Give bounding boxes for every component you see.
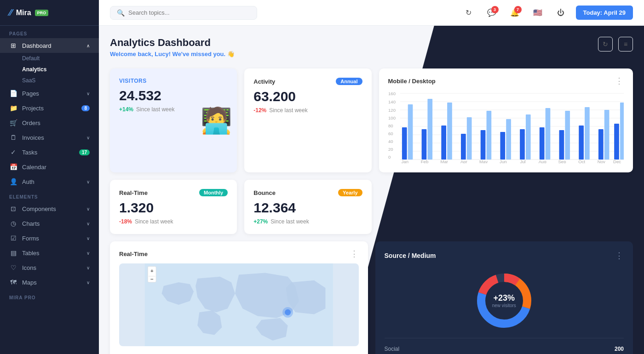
svg-rect-49 [604, 110, 609, 160]
source-menu[interactable]: ⋮ [615, 251, 624, 261]
sidebar-item-label: Forms [22, 235, 39, 242]
svg-rect-52 [620, 103, 624, 160]
sidebar-section-elements: ELEMENTS [0, 189, 99, 201]
notifications-btn[interactable]: 💬 3 [484, 5, 500, 21]
sidebar-item-auth[interactable]: 👤 Auth ∨ [0, 174, 99, 189]
svg-rect-36 [520, 129, 525, 160]
sidebar-item-label: Projects [22, 105, 44, 112]
sidebar-item-label: Default [22, 55, 40, 62]
svg-rect-24 [441, 126, 446, 160]
svg-rect-46 [585, 107, 590, 160]
bell-badge: 7 [514, 6, 522, 13]
three-dot-menu[interactable]: ⋮ [615, 76, 624, 86]
bell-btn[interactable]: 🔔 7 [507, 5, 523, 21]
sidebar-item-components[interactable]: ⊡ Components ∨ [0, 201, 99, 216]
calendar-icon: 📅 [9, 163, 17, 171]
sidebar-item-label: Dashboard [22, 42, 52, 49]
sidebar-item-charts[interactable]: ◷ Charts ∨ [0, 216, 99, 231]
sidebar: ∕∕ Mira PRO PAGES ⊞ Dashboard ∧ Default … [0, 0, 99, 354]
topbar: 🔍 ↻ 💬 3 🔔 7 🇺🇸 ⏻ Today: April 29 [99, 0, 644, 26]
svg-rect-42 [559, 130, 564, 160]
bounce-value: 12.364 [253, 200, 362, 216]
sidebar-item-tasks[interactable]: ✓ Tasks 17 [0, 145, 99, 160]
search-icon: 🔍 [117, 9, 125, 17]
flag-btn[interactable]: 🇺🇸 [530, 5, 546, 21]
svg-rect-19 [408, 104, 413, 160]
page-content: Analytics Dashboard Welcome back, Lucy! … [99, 26, 644, 354]
map-area: + − [119, 263, 359, 346]
realtime-change-val: -18% [119, 218, 132, 225]
sidebar-item-calendar[interactable]: 📅 Calendar [0, 160, 99, 174]
svg-rect-30 [480, 130, 485, 160]
sidebar-item-label: Invoices [22, 134, 44, 141]
sidebar-item-label: Tasks [22, 149, 37, 156]
power-btn[interactable]: ⏻ [553, 5, 569, 21]
source-value-social: 200 [615, 346, 624, 352]
svg-text:+: + [150, 268, 154, 274]
svg-rect-51 [614, 124, 619, 160]
svg-rect-31 [486, 111, 491, 160]
stats-grid: Visitors 24.532 +14% Since last week 🧑‍💻… [110, 69, 633, 172]
sidebar-item-pages[interactable]: 📄 Pages ∨ [0, 86, 99, 101]
sidebar-item-label: Auth [22, 178, 34, 185]
sidebar-section-mira-pro: MIRA PRO [0, 290, 99, 302]
realtime-since: Since last week [135, 218, 173, 225]
spacer [379, 180, 633, 234]
sidebar-item-dashboard[interactable]: ⊞ Dashboard ∧ [0, 38, 99, 53]
sidebar-item-label: Icons [22, 264, 36, 271]
tasks-badge: 17 [79, 149, 90, 155]
bounce-label: Bounce [253, 189, 276, 196]
activity-change: -12% Since last week [253, 107, 362, 114]
sidebar-item-analytics[interactable]: Analytics [22, 64, 99, 75]
source-medium-card: Source / Medium ⋮ [375, 241, 633, 354]
search-box[interactable]: 🔍 [110, 6, 257, 20]
icons-icon: ♡ [9, 264, 17, 271]
svg-text:80: 80 [388, 124, 393, 128]
sidebar-item-default[interactable]: Default [22, 53, 99, 64]
chevron-icon: ∧ [86, 43, 90, 48]
sidebar-item-forms[interactable]: ☑ Forms ∨ [0, 231, 99, 246]
search-input[interactable] [128, 9, 220, 16]
sidebar-item-label: Tables [22, 250, 40, 257]
tasks-icon: ✓ [9, 148, 17, 156]
sidebar-item-tables[interactable]: ▤ Tables ∨ [0, 246, 99, 260]
visitors-since: Since last week [136, 106, 174, 113]
header-actions: ↻ ≡ [598, 37, 633, 51]
chevron-icon: ∨ [86, 135, 90, 140]
svg-text:Mar: Mar [440, 160, 448, 163]
refresh-header-btn[interactable]: ↻ [598, 37, 613, 51]
svg-rect-33 [500, 132, 505, 160]
flag-icon: 🇺🇸 [533, 8, 542, 17]
charts-icon: ◷ [9, 220, 17, 227]
sidebar-item-icons[interactable]: ♡ Icons ∨ [0, 260, 99, 275]
realtime-value: 1.320 [119, 200, 228, 216]
sidebar-item-maps[interactable]: 🗺 Maps ∨ [0, 275, 99, 290]
refresh-btn[interactable]: ↻ [461, 5, 477, 21]
chevron-icon: ∨ [86, 179, 90, 184]
auth-icon: 👤 [9, 178, 17, 185]
sidebar-item-projects[interactable]: 📁 Projects 8 [0, 101, 99, 115]
svg-text:120: 120 [388, 108, 396, 113]
today-button[interactable]: Today: April 29 [576, 6, 633, 20]
activity-value: 63.200 [253, 89, 362, 104]
sidebar-item-label: Charts [22, 220, 40, 227]
bounce-header: Bounce Yearly [253, 189, 362, 196]
map-menu[interactable]: ⋮ [350, 249, 359, 259]
sidebar-logo: ∕∕ Mira PRO [0, 0, 99, 26]
sidebar-item-saas[interactable]: SaaS [22, 75, 99, 86]
chat-badge: 3 [491, 6, 499, 13]
visitors-change-value: +14% [119, 106, 133, 113]
donut-percent: +23% [492, 293, 516, 303]
logo-text: Mira [16, 9, 31, 17]
realtime-card: Real-Time Monthly 1.320 -18% Since last … [110, 180, 237, 234]
subtitle-suffix: ! We've missed you. 👋 [169, 51, 235, 57]
bounce-badge: Yearly [338, 189, 362, 196]
sidebar-item-invoices[interactable]: 🗒 Invoices ∨ [0, 130, 99, 145]
svg-rect-37 [525, 114, 530, 160]
svg-rect-25 [447, 103, 452, 160]
mobile-desktop-chart: 160 140 120 100 80 60 40 20 0 [388, 90, 624, 163]
filter-header-btn[interactable]: ≡ [618, 37, 633, 51]
world-map-svg: + − [119, 263, 359, 346]
sidebar-item-orders[interactable]: 🛒 Orders [0, 115, 99, 130]
sidebar-item-label: Calendar [22, 164, 46, 171]
